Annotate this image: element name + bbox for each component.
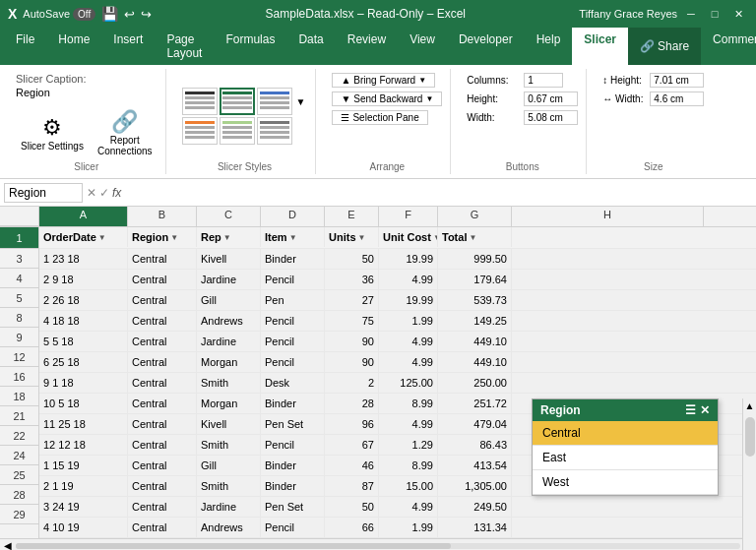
slicer-style-5[interactable]	[220, 117, 255, 145]
slicer-item-west[interactable]: West	[533, 470, 718, 495]
send-backward-icon: ▼	[341, 93, 350, 104]
save-icon[interactable]: 💾	[101, 6, 118, 22]
selection-pane-button[interactable]: ☰ Selection Pane	[332, 110, 427, 125]
row-header-21[interactable]: 21	[0, 406, 38, 426]
tab-share[interactable]: 🔗Share	[628, 28, 701, 65]
row-header-16[interactable]: 16	[0, 367, 38, 387]
row-header-9[interactable]: 9	[0, 328, 38, 347]
table-row: 2 9 18 Central Jardine Pencil 36 4.99 17…	[39, 270, 756, 290]
slicer-style-6[interactable]	[257, 117, 292, 145]
tab-help[interactable]: Help	[525, 28, 573, 65]
redo-icon[interactable]: ↪	[141, 7, 152, 22]
formula-check-button[interactable]: ✓	[99, 186, 109, 200]
buttons-width-label: Width:	[467, 112, 521, 123]
bring-forward-icon: ▲	[341, 75, 350, 86]
col-header-f[interactable]: F	[379, 207, 438, 226]
scroll-left-button[interactable]: ◀	[4, 540, 12, 550]
width-input[interactable]	[650, 92, 704, 106]
tab-insert[interactable]: Insert	[101, 28, 155, 65]
ribbon-tabs: File Home Insert Page Layout Formulas Da…	[0, 28, 756, 65]
slicer-item-east[interactable]: East	[533, 446, 718, 470]
tab-data[interactable]: Data	[286, 28, 335, 65]
size-group-label: Size	[602, 159, 704, 172]
buttons-height-input[interactable]	[524, 92, 578, 106]
autosave-toggle[interactable]: AutoSave Off	[23, 8, 95, 21]
slicer-settings-icon: ⚙	[42, 115, 62, 141]
title-bar: X AutoSave Off 💾 ↩ ↪ SampleData.xlsx – R…	[0, 0, 756, 28]
row-header-1[interactable]: 1	[0, 227, 38, 249]
row-header-3[interactable]: 3	[0, 249, 38, 269]
slicer-clear-filter-icon[interactable]: ✕	[700, 403, 710, 417]
autosave-state[interactable]: Off	[73, 8, 95, 21]
title-bar-title: SampleData.xlsx – Read-Only – Excel	[152, 7, 579, 21]
horizontal-scrollbar-track[interactable]	[16, 543, 740, 549]
col-header-item: Item ▼	[261, 227, 325, 247]
slicer-style-4[interactable]	[182, 117, 218, 145]
slicer-item-central[interactable]: Central	[533, 421, 718, 446]
table-row: 3 24 19 Central Jardine Pen Set 50 4.99 …	[39, 497, 756, 518]
tab-review[interactable]: Review	[336, 28, 398, 65]
columns-label: Columns:	[467, 75, 521, 86]
columns-input[interactable]	[524, 73, 563, 88]
row-header-12[interactable]: 12	[0, 347, 38, 367]
tab-slicer[interactable]: Slicer	[572, 28, 628, 65]
row-header-29[interactable]: 29	[0, 505, 38, 524]
title-bar-left: X AutoSave Off 💾 ↩ ↪	[8, 6, 152, 22]
slicer-caption-value: Region	[16, 87, 87, 98]
col-header-e[interactable]: E	[325, 207, 379, 226]
col-header-b[interactable]: B	[128, 207, 197, 226]
row-header-8[interactable]: 8	[0, 308, 38, 328]
name-box[interactable]	[4, 183, 83, 203]
formula-input[interactable]	[125, 184, 752, 202]
title-bar-right: Tiffany Grace Reyes ─ □ ✕	[579, 4, 748, 24]
row-headers: 1 3 4 5 8 9 12 16 18 21 22 24 25 28 29	[0, 227, 39, 538]
minimize-button[interactable]: ─	[681, 4, 701, 24]
col-header-total: Total ▼	[438, 227, 512, 247]
slicer-multiselect-icon[interactable]: ☰	[685, 403, 696, 417]
slicer-style-dropdown[interactable]: ▼	[294, 88, 308, 115]
tab-file[interactable]: File	[4, 28, 46, 65]
tab-formulas[interactable]: Formulas	[214, 28, 286, 65]
undo-icon[interactable]: ↩	[124, 7, 135, 22]
send-backward-button[interactable]: ▼ Send Backward ▼	[332, 92, 442, 106]
slicer-settings-button[interactable]: ⚙ Slicer Settings	[16, 112, 89, 154]
col-header-c[interactable]: C	[197, 207, 261, 226]
maximize-button[interactable]: □	[705, 4, 724, 24]
col-header-d[interactable]: D	[261, 207, 325, 226]
row-header-25[interactable]: 25	[0, 465, 38, 485]
buttons-group-label: Buttons	[467, 159, 578, 172]
formula-bar: ✕ ✓ fx	[0, 179, 756, 207]
row-header-24[interactable]: 24	[0, 446, 38, 465]
formula-x-button[interactable]: ✕	[87, 186, 96, 200]
bring-forward-button[interactable]: ▲ Bring Forward ▼	[332, 73, 435, 88]
horizontal-scroll-area[interactable]: ◀ ▶	[0, 538, 756, 550]
row-header-28[interactable]: 28	[0, 485, 38, 505]
buttons-width-input[interactable]	[524, 110, 578, 125]
row-header-18[interactable]: 18	[0, 387, 38, 406]
slicer-style-3[interactable]	[257, 88, 292, 115]
tab-page-layout[interactable]: Page Layout	[155, 28, 214, 65]
tab-developer[interactable]: Developer	[447, 28, 525, 65]
tab-view[interactable]: View	[398, 28, 447, 65]
slicer-caption-label: Slicer Caption:	[16, 73, 87, 85]
close-button[interactable]: ✕	[728, 4, 748, 24]
report-connections-button[interactable]: 🔗 ReportConnections	[93, 106, 158, 159]
slicer-style-2[interactable]	[220, 88, 255, 115]
horizontal-scroll-thumb[interactable]	[16, 543, 451, 549]
col-header-g[interactable]: G	[438, 207, 512, 226]
row-header-4[interactable]: 4	[0, 269, 38, 288]
row-header-22[interactable]: 22	[0, 426, 38, 446]
tab-home[interactable]: Home	[46, 28, 101, 65]
height-input[interactable]	[650, 73, 704, 88]
tab-comments[interactable]: Comments	[701, 28, 756, 65]
row-header-5[interactable]: 5	[0, 288, 38, 308]
vertical-scrollbar[interactable]: ▲ ▼	[742, 398, 756, 550]
slicer-style-1[interactable]	[182, 88, 218, 115]
col-header-h[interactable]: H	[512, 207, 704, 226]
scroll-up-button[interactable]: ▲	[743, 398, 756, 413]
arrange-group: ▲ Bring Forward ▼ ▼ Send Backward ▼ ☰ Se…	[324, 69, 451, 174]
table-row: 9 1 18 Central Smith Desk 2 125.00 250.0…	[39, 373, 756, 394]
col-header-a[interactable]: A	[39, 207, 128, 226]
table-row: 6 25 18 Central Morgan Pencil 90 4.99 44…	[39, 352, 756, 373]
scroll-thumb[interactable]	[745, 417, 755, 457]
